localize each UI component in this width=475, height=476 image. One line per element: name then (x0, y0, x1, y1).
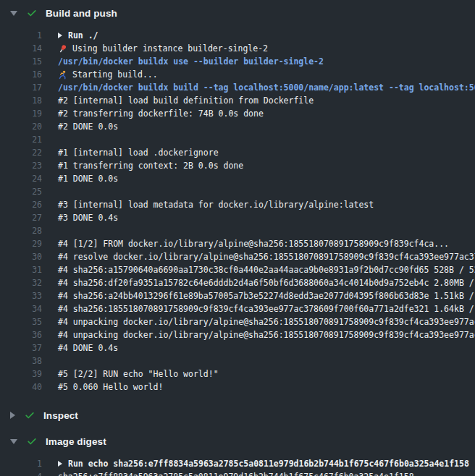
line-text: Run ./ (68, 29, 98, 42)
line-content: #4 sha256:a15790640a6690aa1730c38cf0a440… (58, 263, 475, 276)
line-number[interactable]: 22 (0, 146, 42, 159)
line-number[interactable]: 39 (0, 367, 42, 381)
log-line: 26 #3 [internal] load metadata for docke… (0, 198, 475, 211)
log-line: 18 #2 [internal] load build definition f… (0, 94, 475, 107)
line-content: /usr/bin/docker buildx build --tag local… (58, 81, 475, 94)
log-section: Build and push 1 Run ./ 14 Using builder… (0, 0, 475, 402)
line-number[interactable]: 27 (0, 211, 42, 224)
triangle-down-icon[interactable] (10, 11, 17, 16)
line-number[interactable]: 21 (0, 133, 42, 146)
check-icon (27, 8, 37, 18)
log-line: 29 #4 [1/2] FROM docker.io/library/alpin… (0, 237, 475, 250)
line-number[interactable]: 14 (0, 42, 42, 55)
line-number[interactable]: 37 (0, 341, 42, 354)
log-line: 15 /usr/bin/docker buildx use --builder … (0, 55, 475, 68)
section-header-image-digest[interactable]: Image digest (0, 428, 475, 454)
line-content: #5 [2/2] RUN echo "Hello world!" (58, 367, 219, 381)
line-content: Using builder instance builder-single-2 (58, 42, 268, 55)
line-text: #4 DONE 0.4s (58, 341, 118, 354)
log-line: 30 #4 resolve docker.io/library/alpine@s… (0, 250, 475, 263)
line-number[interactable]: 16 (0, 68, 42, 81)
line-text: #1 transferring context: 2B 0.0s done (58, 159, 243, 172)
triangle-down-icon[interactable] (10, 439, 17, 444)
line-number[interactable]: 24 (0, 172, 42, 185)
runner-icon (58, 70, 67, 80)
line-number[interactable]: 34 (0, 302, 42, 315)
pushpin-icon (58, 44, 67, 54)
line-text: #5 0.060 Hello world! (58, 381, 163, 394)
log-line: 35 #4 unpacking docker.io/library/alpine… (0, 315, 475, 328)
line-number[interactable]: 31 (0, 263, 42, 276)
line-number[interactable]: 4 (0, 470, 42, 476)
line-number[interactable]: 1 (0, 29, 42, 42)
line-number[interactable]: 26 (0, 198, 42, 211)
log-line: 1 Run echo sha256:e7ff8834a5963a2785c5a0… (0, 457, 475, 470)
expand-chevron-icon[interactable] (58, 461, 62, 467)
line-number[interactable]: 38 (0, 354, 42, 367)
triangle-right-icon[interactable] (10, 412, 15, 419)
section-title: Image digest (46, 436, 106, 447)
log-line: 36 #4 unpacking docker.io/library/alpine… (0, 328, 475, 341)
line-number[interactable]: 23 (0, 159, 42, 172)
line-content: sha256:e7ff8834a5963a2785c5a0811e979d16b… (58, 470, 414, 476)
line-number[interactable]: 1 (0, 457, 42, 470)
log-line: 16 Starting build... (0, 68, 475, 81)
line-content: #4 sha256:185518070891758909c9f839cf4ca3… (58, 302, 475, 315)
line-content: /usr/bin/docker buildx use --builder bui… (58, 55, 324, 68)
line-number[interactable]: 17 (0, 81, 42, 94)
line-number[interactable]: 40 (0, 381, 42, 394)
log-line: 38 (0, 354, 475, 367)
log-line: 24 #1 DONE 0.0s (0, 172, 475, 185)
line-content: #4 resolve docker.io/library/alpine@sha2… (58, 250, 475, 263)
line-text: #4 [1/2] FROM docker.io/library/alpine@s… (58, 237, 449, 250)
section-header-build-and-push[interactable]: Build and push (0, 0, 475, 26)
line-number[interactable]: 35 (0, 315, 42, 328)
line-content: #1 DONE 0.0s (58, 172, 118, 185)
line-content: #4 unpacking docker.io/library/alpine@sh… (58, 328, 475, 341)
line-number[interactable]: 29 (0, 237, 42, 250)
log-line: 19 #2 transferring dockerfile: 74B 0.0s … (0, 107, 475, 120)
line-text: sha256:e7ff8834a5963a2785c5a0811e979d16b… (58, 470, 414, 476)
line-text: #1 DONE 0.0s (58, 172, 118, 185)
log-line: 28 (0, 224, 475, 237)
line-text: #5 [2/2] RUN echo "Hello world!" (58, 367, 219, 381)
log-line: 21 (0, 133, 475, 146)
line-text: #2 [internal] load build definition from… (58, 94, 314, 107)
line-content: Starting build... (58, 68, 158, 81)
line-number[interactable]: 20 (0, 120, 42, 133)
line-number[interactable]: 15 (0, 55, 42, 68)
log-line: 23 #1 transferring context: 2B 0.0s done (0, 159, 475, 172)
log-line: 1 Run ./ (0, 29, 475, 42)
line-text: #4 sha256:a24bb4013296f61e89ba57005a7b3e… (58, 289, 475, 302)
line-content: #4 unpacking docker.io/library/alpine@sh… (58, 315, 475, 328)
line-number[interactable]: 18 (0, 94, 42, 107)
line-content: Run echo sha256:e7ff8834a5963a2785c5a081… (58, 457, 469, 470)
line-content: #4 [1/2] FROM docker.io/library/alpine@s… (58, 237, 449, 250)
line-content: #4 sha256:a24bb4013296f61e89ba57005a7b3e… (58, 289, 475, 302)
line-text: #4 sha256:185518070891758909c9f839cf4ca3… (58, 302, 475, 315)
line-content: Run ./ (58, 29, 98, 42)
line-number[interactable]: 25 (0, 185, 42, 198)
log-line: 37 #4 DONE 0.4s (0, 341, 475, 354)
line-number[interactable]: 36 (0, 328, 42, 341)
line-text: #4 resolve docker.io/library/alpine@sha2… (58, 250, 475, 263)
line-text: #3 DONE 0.4s (58, 211, 118, 224)
log-line: 22 #1 [internal] load .dockerignore (0, 146, 475, 159)
line-content: #3 DONE 0.4s (58, 211, 118, 224)
line-number[interactable]: 30 (0, 250, 42, 263)
line-number[interactable]: 33 (0, 289, 42, 302)
section-title: Inspect (43, 410, 78, 421)
line-content: #2 transferring dockerfile: 74B 0.0s don… (58, 107, 264, 120)
line-text: #4 unpacking docker.io/library/alpine@sh… (58, 328, 475, 341)
section-lines: 1 Run ./ 14 Using builder instance build… (0, 26, 475, 402)
section-header-inspect[interactable]: Inspect (0, 402, 475, 428)
line-text: #3 [internal] load metadata for docker.i… (58, 198, 374, 211)
line-text: Using builder instance builder-single-2 (72, 42, 268, 55)
line-number[interactable]: 32 (0, 276, 42, 289)
line-number[interactable]: 19 (0, 107, 42, 120)
line-number[interactable]: 28 (0, 224, 42, 237)
line-text: /usr/bin/docker buildx build --tag local… (58, 81, 475, 94)
line-text: #2 DONE 0.0s (58, 120, 118, 133)
expand-chevron-icon[interactable] (58, 33, 62, 38)
log-line: 27 #3 DONE 0.4s (0, 211, 475, 224)
